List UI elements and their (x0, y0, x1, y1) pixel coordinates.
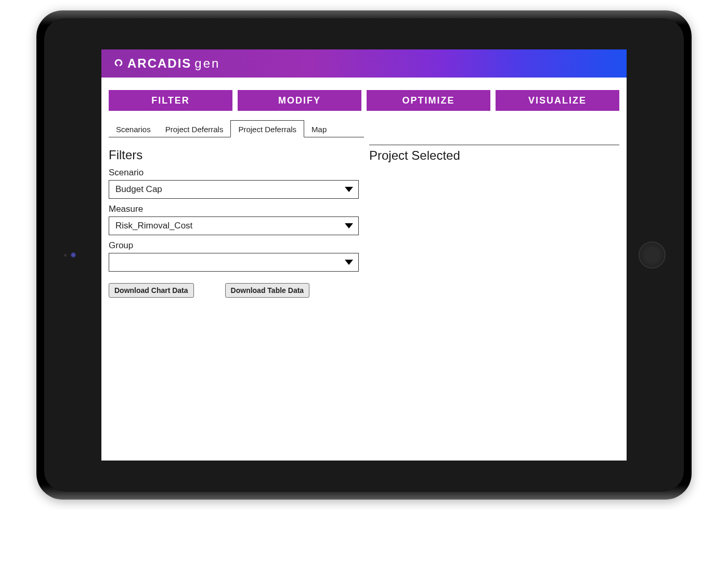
camera-lens (71, 252, 76, 258)
tablet-frame: ARCADIS gen FILTER MODIFY OPTIMIZE VISUA… (36, 10, 692, 500)
camera-cluster (64, 252, 76, 258)
filters-title: Filters (109, 148, 359, 162)
tablet-bezel: ARCADIS gen FILTER MODIFY OPTIMIZE VISUA… (44, 18, 684, 492)
tabs-container: Scenarios Project Deferrals Project Defe… (101, 120, 627, 137)
brand-name-light: gen (194, 56, 220, 71)
app-screen: ARCADIS gen FILTER MODIFY OPTIMIZE VISUA… (101, 49, 627, 461)
filters-pane: Filters Scenario Budget Cap Measure Risk… (109, 145, 359, 461)
nav-optimize-button[interactable]: OPTIMIZE (367, 90, 490, 111)
app-header: ARCADIS gen (101, 49, 627, 78)
tab-map[interactable]: Map (304, 121, 334, 137)
download-table-button[interactable]: Download Table Data (225, 283, 310, 298)
group-label: Group (109, 240, 359, 251)
tab-scenarios[interactable]: Scenarios (109, 121, 158, 137)
nav-visualize-button[interactable]: VISUALIZE (496, 90, 619, 111)
brand-name-bold: ARCADIS (127, 56, 191, 71)
project-selected-title: Project Selected (369, 148, 619, 163)
scenario-select[interactable]: Budget Cap (109, 180, 359, 199)
nav-modify-button[interactable]: MODIFY (238, 90, 361, 111)
scenario-label: Scenario (109, 168, 359, 178)
nav-filter-button[interactable]: FILTER (109, 90, 232, 111)
scenario-select-value: Budget Cap (109, 180, 359, 199)
content-area: Filters Scenario Budget Cap Measure Risk… (101, 137, 627, 461)
home-button[interactable] (639, 241, 666, 269)
tabs-bar: Scenarios Project Deferrals Project Defe… (109, 120, 364, 137)
sensor-dot (64, 254, 67, 257)
group-select[interactable] (109, 253, 359, 272)
tab-project-deferrals-2[interactable]: Project Deferrals (230, 120, 304, 137)
measure-select[interactable]: Risk_Rimoval_Cost (109, 216, 359, 235)
tab-project-deferrals-1[interactable]: Project Deferrals (158, 121, 231, 137)
group-select-value (109, 253, 359, 272)
brand-logo: ARCADIS gen (113, 56, 220, 71)
measure-label: Measure (109, 204, 359, 214)
download-buttons: Download Chart Data Download Table Data (109, 283, 359, 298)
download-chart-button[interactable]: Download Chart Data (109, 283, 194, 298)
main-nav: FILTER MODIFY OPTIMIZE VISUALIZE (101, 78, 627, 120)
measure-select-value: Risk_Rimoval_Cost (109, 216, 359, 235)
brand-icon (113, 58, 124, 69)
project-selected-pane: Project Selected (369, 145, 619, 461)
